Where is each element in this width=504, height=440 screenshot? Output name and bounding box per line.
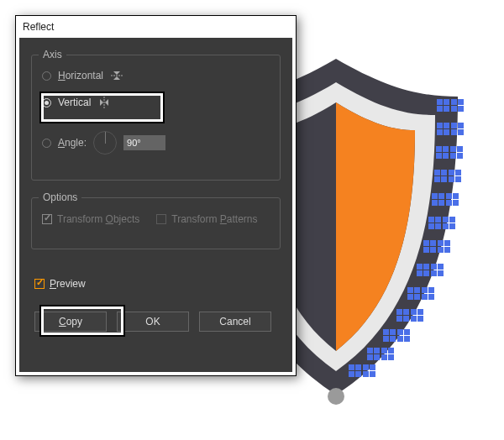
reflect-vertical-icon xyxy=(97,96,111,109)
axis-horizontal-row[interactable]: Horizontal xyxy=(42,69,123,82)
transform-objects-checkbox xyxy=(42,214,52,224)
transform-patterns-checkbox xyxy=(156,214,166,224)
axis-vertical-row[interactable]: Vertical xyxy=(42,96,111,109)
dialog-titlebar[interactable]: Reflect xyxy=(16,16,296,38)
preview-checkbox[interactable] xyxy=(34,279,45,289)
axis-legend: Axis xyxy=(39,49,66,60)
angle-knob[interactable] xyxy=(93,131,117,155)
dialog-title: Reflect xyxy=(23,21,54,33)
axis-horizontal-label: Horizontal xyxy=(58,70,103,81)
preview-label: Preview xyxy=(50,278,86,290)
angle-input[interactable] xyxy=(123,135,165,150)
transform-objects-label: Transform Objects xyxy=(57,213,139,225)
axis-group: Axis Horizontal Vertical Angle: xyxy=(31,55,281,181)
reflect-horizontal-icon xyxy=(110,69,123,82)
axis-angle-row[interactable]: Angle: xyxy=(42,131,165,155)
angle-label: Angle: xyxy=(58,137,87,149)
options-row: Transform Objects Transform Patterns xyxy=(42,213,258,225)
options-legend: Options xyxy=(39,191,81,203)
options-group: Options Transform Objects Transform Patt… xyxy=(31,197,281,249)
radio-horizontal[interactable] xyxy=(42,71,51,81)
preview-row[interactable]: Preview xyxy=(34,278,86,290)
radio-vertical[interactable] xyxy=(42,98,51,107)
reflect-dialog: Reflect Axis Horizontal Vertical Angle: xyxy=(15,15,297,376)
svg-point-1 xyxy=(328,388,344,405)
ok-button[interactable]: OK xyxy=(117,312,189,332)
copy-button[interactable]: Copy xyxy=(34,312,107,332)
radio-angle[interactable] xyxy=(42,139,51,148)
transform-patterns-label: Transform Patterns xyxy=(171,213,257,225)
axis-vertical-label: Vertical xyxy=(58,97,91,108)
cancel-button[interactable]: Cancel xyxy=(199,312,271,332)
